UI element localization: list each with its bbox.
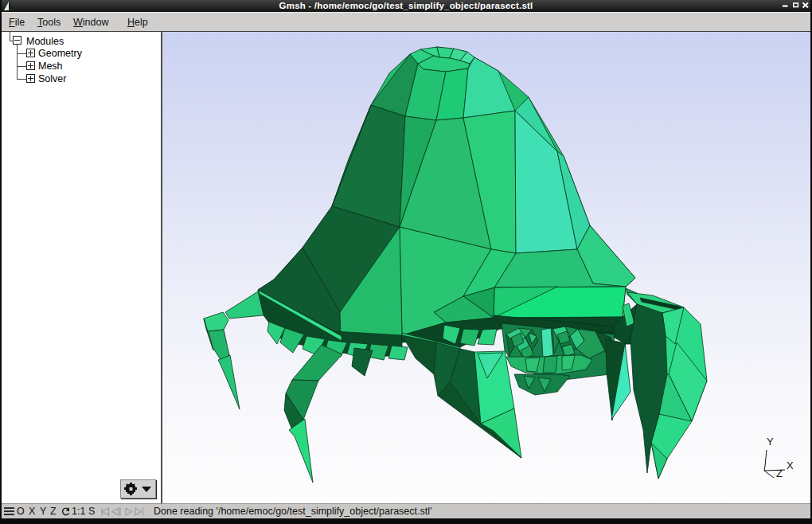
svg-text:X: X: [787, 459, 794, 471]
svg-text:Z: Z: [776, 467, 783, 479]
svg-text:Y: Y: [767, 436, 774, 448]
